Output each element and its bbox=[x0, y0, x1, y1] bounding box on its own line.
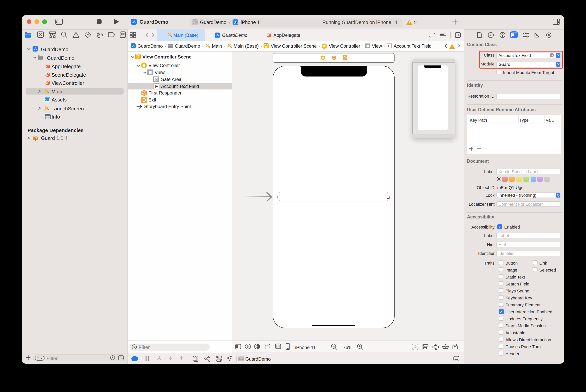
svg-text:A: A bbox=[445, 346, 446, 348]
